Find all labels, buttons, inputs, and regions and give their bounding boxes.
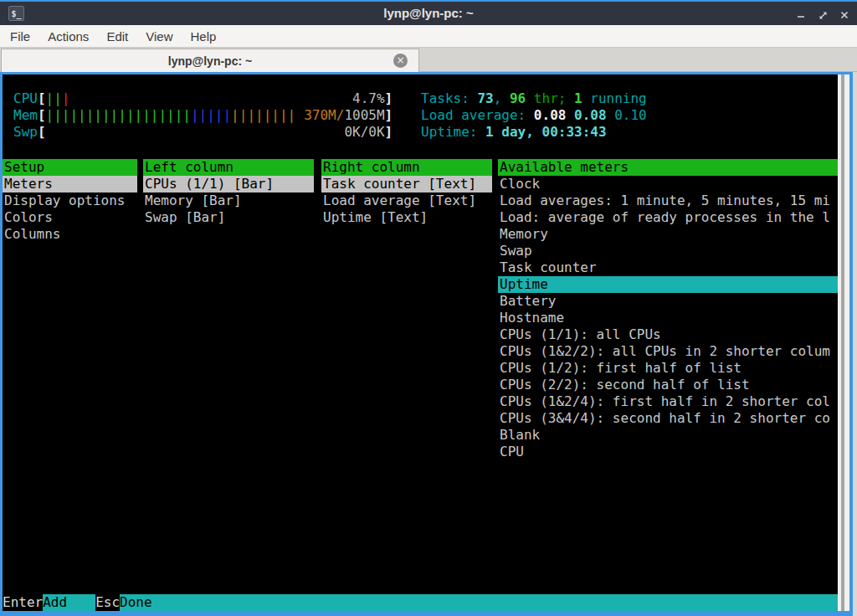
- panel-item-load-average-text[interactable]: Load average [Text]: [321, 192, 492, 209]
- panel-header-right-column: Right column: [321, 159, 492, 176]
- panel-item-display-options[interactable]: Display options: [3, 192, 137, 209]
- minimize-icon: [796, 10, 806, 20]
- function-bar: EnterAddEscDone: [3, 594, 838, 611]
- panel-right-column: Right columnTask counter [Text]Load aver…: [321, 159, 492, 226]
- minimize-button[interactable]: [793, 8, 808, 23]
- panel-item-memory[interactable]: Memory: [498, 226, 838, 243]
- swap-meter-caption: Swp: [13, 124, 38, 141]
- menu-item-file[interactable]: File: [10, 29, 30, 44]
- panel-header-left-column: Left column: [143, 159, 314, 176]
- load-average-line: Load average: 0.08 0.08 0.10: [421, 107, 647, 124]
- panel-item-cpus-3-4-4-second-half-in-2-shorter-co[interactable]: CPUs (3&4/4): second half in 2 shorter c…: [498, 410, 838, 427]
- tab-bar: lynp@lyn-pc: ~ ×: [0, 48, 857, 72]
- mem-meter-value: 370M/1005M: [304, 107, 384, 124]
- faction-done[interactable]: Done: [120, 594, 838, 611]
- cpu-meter-caption: CPU: [13, 90, 38, 107]
- panel-header-setup: Setup: [3, 159, 137, 176]
- tasks-line: Tasks: 73, 96 thr; 1 running: [421, 90, 647, 107]
- mem-meter-bars: |||||||||||||||||||||||||||||||: [46, 107, 296, 124]
- tab-close-icon[interactable]: ×: [393, 54, 408, 68]
- panel-item-columns[interactable]: Columns: [3, 226, 137, 243]
- panel-item-task-counter-text[interactable]: Task counter [Text]: [321, 176, 492, 192]
- cpu-meter-value: 4.7%: [352, 90, 385, 107]
- terminal-scrollbar[interactable]: [838, 74, 849, 611]
- restore-button[interactable]: [815, 8, 830, 23]
- panel-item-hostname[interactable]: Hostname: [498, 310, 838, 326]
- window-controls: [793, 3, 852, 27]
- panel-item-cpus-1-2-2-all-cpus-in-2-shorter-colum[interactable]: CPUs (1&2/2): all CPUs in 2 shorter colu…: [498, 343, 838, 360]
- cpu-meter-bars: |||: [46, 90, 70, 107]
- fkey-esc[interactable]: Esc: [95, 594, 120, 611]
- tab-title: lynp@lyn-pc: ~: [168, 54, 252, 68]
- panel-item-swap-bar[interactable]: Swap [Bar]: [143, 209, 314, 226]
- panel-item-memory-bar[interactable]: Memory [Bar]: [143, 192, 314, 209]
- faction-add[interactable]: Add: [43, 594, 95, 611]
- menu-bar: FileActionsEditViewHelp: [0, 25, 857, 48]
- restore-icon: [818, 10, 829, 21]
- panel-left-column: Left columnCPUs (1/1) [Bar]Memory [Bar]S…: [143, 159, 314, 226]
- terminal-tab[interactable]: lynp@lyn-pc: ~ ×: [1, 49, 419, 72]
- terminal-screen: CPU[|||4.7%]Mem[||||||||||||||||||||||||…: [3, 74, 838, 611]
- menu-item-view[interactable]: View: [146, 29, 172, 44]
- panel-item-cpus-1-2-first-half-of-list[interactable]: CPUs (1/2): first half of list: [498, 360, 838, 377]
- cpu-meter: CPU[|||4.7%]: [13, 90, 393, 107]
- menu-item-help[interactable]: Help: [190, 29, 216, 44]
- panel-item-cpus-1-1-all-cpus[interactable]: CPUs (1/1): all CPUs: [498, 326, 838, 343]
- panel-header-available-meters: Available meters: [498, 159, 838, 176]
- window-title: lynp@lyn-pc: ~: [0, 2, 857, 25]
- panel-item-uptime[interactable]: Uptime: [498, 276, 838, 293]
- window-right-edge: [853, 72, 857, 616]
- panel-item-blank[interactable]: Blank: [498, 427, 838, 444]
- panel-item-task-counter[interactable]: Task counter: [498, 259, 838, 276]
- panel-item-cpus-1-2-4-first-half-in-2-shorter-col[interactable]: CPUs (1&2/4): first half in 2 shorter co…: [498, 393, 838, 410]
- panel-item-cpus-1-1-bar[interactable]: CPUs (1/1) [Bar]: [143, 176, 314, 192]
- panel-item-uptime-text[interactable]: Uptime [Text]: [321, 209, 492, 226]
- close-button[interactable]: [837, 8, 852, 23]
- menu-item-edit[interactable]: Edit: [106, 29, 128, 44]
- panel-item-clock[interactable]: Clock: [498, 176, 838, 192]
- swap-meter-value: 0K/0K: [344, 124, 384, 141]
- panel-available-meters: Available metersClockLoad averages: 1 mi…: [498, 159, 838, 460]
- uptime-line: Uptime: 1 day, 00:33:43: [421, 124, 607, 141]
- panel-item-load-average-of-ready-processes-in-the-l[interactable]: Load: average of ready processes in the …: [498, 209, 838, 226]
- close-icon: [839, 10, 849, 20]
- mem-meter-caption: Mem: [13, 107, 38, 124]
- panel-item-swap[interactable]: Swap: [498, 243, 838, 259]
- panel-item-colors[interactable]: Colors: [3, 209, 137, 226]
- swap-meter: Swp[0K/0K]: [13, 124, 393, 141]
- panel-item-battery[interactable]: Battery: [498, 293, 838, 310]
- scrollbar-thumb[interactable]: [841, 74, 844, 611]
- panel-item-meters[interactable]: Meters: [3, 176, 137, 192]
- panel-item-cpus-2-2-second-half-of-list[interactable]: CPUs (2/2): second half of list: [498, 377, 838, 393]
- fkey-enter[interactable]: Enter: [3, 594, 43, 611]
- panel-setup: SetupMetersDisplay optionsColorsColumns: [3, 159, 137, 243]
- panel-item-load-averages-1-minute-5-minutes-15-mi[interactable]: Load averages: 1 minute, 5 minutes, 15 m…: [498, 192, 838, 209]
- mem-meter: Mem[|||||||||||||||||||||||||||||||370M/…: [13, 107, 393, 124]
- menu-item-actions[interactable]: Actions: [48, 29, 89, 44]
- panel-item-cpu[interactable]: CPU: [498, 444, 838, 460]
- titlebar: $_ lynp@lyn-pc: ~: [0, 2, 857, 25]
